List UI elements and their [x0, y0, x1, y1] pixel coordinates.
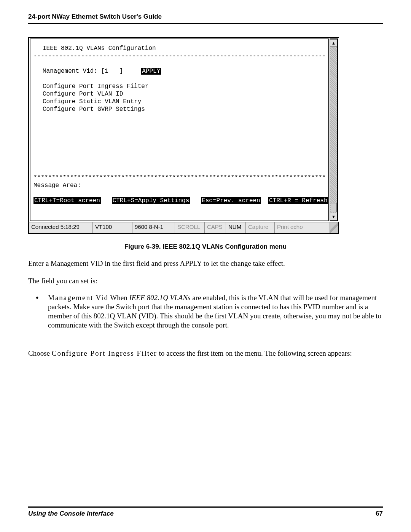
- scroll-up-button[interactable]: ▲: [330, 39, 337, 47]
- vertical-scrollbar[interactable]: ▲ ▼: [330, 38, 338, 221]
- message-area-label: Message Area:: [32, 182, 327, 189]
- bullet-text-a: When: [108, 294, 129, 302]
- status-capture: Capture: [246, 222, 275, 233]
- triangle-down-icon: ▼: [331, 214, 336, 219]
- menu-item-ingress-filter[interactable]: Configure Port Ingress Filter: [32, 83, 327, 90]
- figure-caption: Figure 6-39. IEEE 802.1Q VLANs Configura…: [28, 243, 383, 251]
- management-vid-field[interactable]: Management Vid: [1 ]: [43, 68, 123, 75]
- bullet-management-vid: Management Vid When IEEE 802.1Q VLANs ar…: [40, 293, 383, 330]
- p3-b: to access the first item on the menu. Th…: [157, 349, 352, 357]
- terminal-star-divider: ****************************************…: [32, 174, 327, 182]
- status-num: NUM: [226, 222, 246, 233]
- p3-emph: Configure Port Ingress Filter: [52, 349, 157, 357]
- menu-item-port-vlan-id[interactable]: Configure Port VLAN ID: [32, 90, 327, 98]
- footer-section: Using the Console Interface: [28, 510, 114, 518]
- terminal-text-area: IEEE 802.1Q VLANs Configuration --------…: [30, 38, 329, 221]
- terminal-divider: ----------------------------------------…: [32, 52, 327, 60]
- terminal-title: IEEE 802.1Q VLANs Configuration: [32, 45, 327, 52]
- footer-rule: [28, 506, 383, 508]
- management-vid-row: Management Vid: [1 ] APPLY: [32, 67, 327, 75]
- hint-refresh: CTRL+R = Refresh: [268, 197, 328, 204]
- triangle-up-icon: ▲: [331, 41, 336, 45]
- status-caps: CAPS: [205, 222, 226, 233]
- menu-item-port-gvrp[interactable]: Configure Port GVRP Settings: [32, 105, 327, 113]
- paragraph-choose: Choose Configure Port Ingress Filter to …: [28, 349, 383, 358]
- menu-item-static-vlan-entry[interactable]: Configure Static VLAN Entry: [32, 98, 327, 105]
- running-header: 24-port NWay Ethernet Switch User's Guid…: [28, 13, 383, 21]
- hint-prev-screen: Esc=Prev. screen: [201, 197, 261, 204]
- paragraph-field-lead: The field you can set is:: [28, 276, 383, 286]
- bullet-emph: IEEE 802.1Q VLANs: [129, 294, 190, 302]
- resize-grip-icon[interactable]: [330, 222, 338, 233]
- bullet-label: Management Vid: [48, 294, 108, 302]
- hint-apply-settings: CTRL+S=Apply Settings: [112, 197, 190, 204]
- status-emulation: VT100: [93, 222, 132, 233]
- apply-button[interactable]: APPLY: [141, 68, 161, 75]
- page-number: 67: [376, 510, 383, 518]
- status-scroll: SCROLL: [175, 222, 205, 233]
- scroll-down-button[interactable]: ▼: [330, 213, 337, 220]
- p3-a: Choose: [28, 349, 52, 357]
- status-connected: Connected 5:18:29: [29, 222, 93, 233]
- page-footer: Using the Console Interface 67: [28, 506, 383, 518]
- paragraph-intro: Enter a Management VID in the first fiel…: [28, 259, 383, 268]
- scroll-thumb[interactable]: [331, 203, 337, 212]
- status-print-echo: Print echo: [275, 222, 330, 233]
- status-serial: 9600 8-N-1: [132, 222, 175, 233]
- hyperterminal-status-bar: Connected 5:18:29 VT100 9600 8-N-1 SCROL…: [28, 222, 339, 234]
- header-rule: [28, 23, 383, 24]
- terminal-hint-bar: CTRL+T=Root screen CTRL+S=Apply Settings…: [32, 197, 327, 204]
- hint-root-screen: CTRL+T=Root screen: [33, 197, 101, 204]
- terminal-screenshot: IEEE 802.1Q VLANs Configuration --------…: [28, 37, 339, 234]
